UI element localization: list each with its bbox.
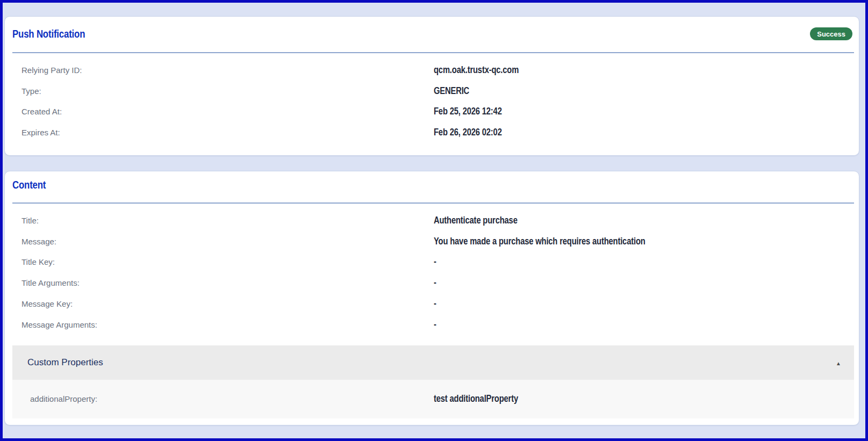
field-row-message-key: Message Key: -	[12, 293, 859, 314]
field-value: -	[434, 298, 436, 309]
field-row-message: Message: You have made a purchase which …	[12, 231, 859, 252]
custom-properties-panel: additionalProperty: test additionalPrope…	[12, 380, 854, 418]
status-badge: Success	[810, 27, 852, 40]
field-label: Title Key:	[12, 257, 434, 266]
caret-up-icon	[836, 358, 841, 367]
push-notification-details-page: { "page": { "background_color": "#dbe2f4…	[0, 0, 868, 441]
field-label: Title Arguments:	[12, 278, 434, 287]
field-label: Expires At:	[12, 128, 434, 137]
custom-properties-accordion-header[interactable]: Custom Properties	[12, 345, 854, 380]
field-value: -	[434, 277, 436, 288]
content-card-title: Content	[12, 177, 46, 192]
push-notification-card-title: Push Notification	[12, 26, 85, 41]
field-label: Title:	[12, 216, 434, 225]
field-row-title: Title: Authenticate purchase	[12, 210, 859, 231]
field-value: Feb 25, 2026 12:42	[434, 106, 502, 117]
field-value: Authenticate purchase	[434, 215, 518, 226]
push-notification-card: Push Notification Success Relying Party …	[4, 16, 859, 156]
field-row-expires-at: Expires At: Feb 26, 2026 02:02	[12, 122, 859, 143]
field-label: Message Key:	[12, 299, 434, 308]
field-value: -	[434, 256, 436, 268]
field-label: Message:	[12, 237, 434, 246]
field-label: Relying Party ID:	[12, 66, 434, 75]
field-label: Created At:	[12, 107, 434, 116]
field-row-type: Type: GENERIC	[12, 81, 859, 102]
field-row-title-key: Title Key: -	[12, 252, 859, 273]
field-label: Type:	[12, 86, 434, 96]
custom-properties-title: Custom Properties	[27, 357, 103, 368]
field-row-created-at: Created At: Feb 25, 2026 12:42	[12, 102, 859, 122]
field-value: GENERIC	[434, 85, 469, 97]
field-row-message-arguments: Message Arguments: -	[12, 314, 859, 335]
field-value: test additionalProperty	[434, 393, 518, 404]
field-label: Message Arguments:	[12, 320, 434, 329]
field-row-title-arguments: Title Arguments: -	[12, 272, 859, 293]
content-fields: Title: Authenticate purchase Message: Yo…	[5, 204, 859, 335]
push-notification-card-header: Push Notification Success	[5, 17, 859, 41]
field-row-relying-party-id: Relying Party ID: qcm.oak.trustx-qc.com	[12, 60, 859, 81]
content-card-header: Content	[5, 171, 859, 192]
field-value: qcm.oak.trustx-qc.com	[434, 64, 519, 76]
field-value: -	[434, 319, 436, 330]
push-notification-fields: Relying Party ID: qcm.oak.trustx-qc.com …	[5, 53, 859, 143]
field-value: Feb 26, 2026 02:02	[434, 127, 502, 138]
field-value: You have made a purchase which requires …	[434, 236, 645, 247]
field-label: additionalProperty:	[12, 394, 434, 403]
content-card: Content Title: Authenticate purchase Mes…	[4, 171, 859, 425]
